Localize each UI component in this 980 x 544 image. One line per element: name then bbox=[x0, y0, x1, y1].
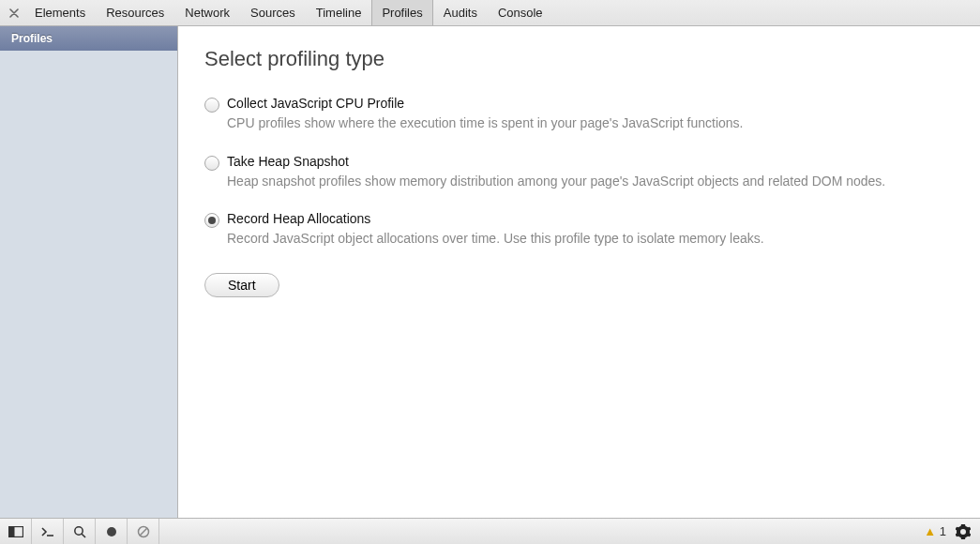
sidebar: Profiles bbox=[0, 26, 178, 518]
gear-icon[interactable] bbox=[956, 524, 971, 539]
radio-icon[interactable] bbox=[204, 156, 219, 171]
svg-line-4 bbox=[82, 534, 85, 537]
option-title[interactable]: Take Heap Snapshot bbox=[227, 154, 954, 169]
option-desc: CPU profiles show where the execution ti… bbox=[227, 114, 954, 133]
option-desc: Record JavaScript object allocations ove… bbox=[227, 230, 954, 249]
close-icon[interactable] bbox=[4, 0, 24, 25]
option-text: Record Heap Allocations Record JavaScrip… bbox=[227, 211, 954, 249]
option-text: Take Heap Snapshot Heap snapshot profile… bbox=[227, 154, 954, 191]
option-text: Collect JavaScript CPU Profile CPU profi… bbox=[227, 96, 954, 133]
dock-icon[interactable] bbox=[0, 519, 32, 544]
record-icon[interactable] bbox=[96, 519, 128, 544]
tab-profiles[interactable]: Profiles bbox=[371, 0, 432, 25]
tab-console[interactable]: Console bbox=[488, 0, 553, 25]
tab-resources[interactable]: Resources bbox=[96, 0, 174, 25]
toolbar-spacer bbox=[159, 519, 924, 544]
toolbar-right: ▲ 1 bbox=[924, 519, 980, 544]
option-title[interactable]: Collect JavaScript CPU Profile bbox=[227, 96, 954, 111]
sidebar-header: Profiles bbox=[0, 26, 177, 51]
console-toggle-icon[interactable] bbox=[32, 519, 64, 544]
search-icon[interactable] bbox=[64, 519, 96, 544]
profile-option-cpu[interactable]: Collect JavaScript CPU Profile CPU profi… bbox=[204, 96, 954, 133]
warning-icon: ▲ bbox=[924, 524, 936, 538]
clear-icon[interactable] bbox=[128, 519, 159, 544]
page-title: Select profiling type bbox=[204, 47, 954, 71]
bottom-toolbar: ▲ 1 bbox=[0, 518, 980, 544]
tab-timeline[interactable]: Timeline bbox=[306, 0, 372, 25]
start-button[interactable]: Start bbox=[204, 273, 279, 297]
tab-network[interactable]: Network bbox=[174, 0, 240, 25]
option-desc: Heap snapshot profiles show memory distr… bbox=[227, 173, 954, 191]
main-region: Profiles Select profiling type Collect J… bbox=[0, 26, 980, 518]
content-panel: Select profiling type Collect JavaScript… bbox=[178, 26, 980, 518]
svg-line-7 bbox=[140, 528, 146, 535]
warning-count: 1 bbox=[940, 524, 946, 538]
tab-sources[interactable]: Sources bbox=[240, 0, 306, 25]
svg-rect-1 bbox=[8, 526, 14, 536]
option-title[interactable]: Record Heap Allocations bbox=[227, 211, 954, 226]
radio-icon[interactable] bbox=[204, 98, 219, 113]
profile-option-heap-allocations[interactable]: Record Heap Allocations Record JavaScrip… bbox=[204, 211, 954, 249]
profile-option-heap-snapshot[interactable]: Take Heap Snapshot Heap snapshot profile… bbox=[204, 154, 954, 191]
tab-elements[interactable]: Elements bbox=[24, 0, 96, 25]
devtools-tabbar: Elements Resources Network Sources Timel… bbox=[0, 0, 980, 26]
radio-icon[interactable] bbox=[204, 213, 219, 228]
tab-audits[interactable]: Audits bbox=[433, 0, 488, 25]
svg-point-5 bbox=[107, 527, 116, 536]
warning-indicator[interactable]: ▲ 1 bbox=[924, 524, 946, 538]
svg-point-3 bbox=[74, 526, 82, 534]
